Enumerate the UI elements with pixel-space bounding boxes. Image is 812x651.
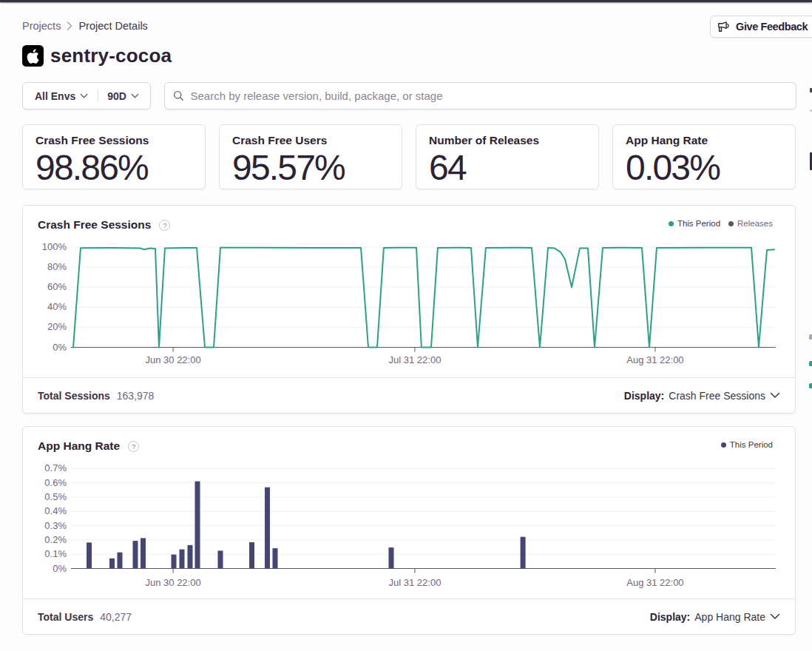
legend-item[interactable]: This Period bbox=[669, 219, 720, 228]
chart-legend: This Period bbox=[721, 440, 773, 449]
breadcrumb-current: Project Details bbox=[78, 20, 147, 32]
y-axis-label: 0.6% bbox=[44, 477, 67, 488]
panel-footer: Total Sessions 163,978 Display: Crash Fr… bbox=[23, 377, 795, 413]
score-card-label: Crash Free Users bbox=[232, 134, 389, 147]
legend-item[interactable]: Releases bbox=[728, 219, 773, 228]
legend-dot bbox=[728, 221, 734, 226]
display-select[interactable]: Display: App Hang Rate bbox=[650, 611, 780, 623]
y-axis-label: 0.7% bbox=[44, 462, 67, 473]
score-card-number-of-releases: Number of Releases 64 bbox=[416, 124, 599, 189]
display-select[interactable]: Display: Crash Free Sessions bbox=[624, 390, 780, 402]
total-value: 40,277 bbox=[100, 611, 132, 623]
bar-this-period bbox=[218, 550, 223, 568]
filter-bar: All Envs 90D bbox=[22, 82, 796, 109]
sidebar-status-dot bbox=[809, 334, 812, 340]
environment-filter-button[interactable]: All Envs bbox=[23, 83, 98, 109]
legend-dot bbox=[721, 442, 726, 448]
panel-title: Crash Free Sessions bbox=[38, 218, 151, 232]
bar-this-period bbox=[265, 488, 270, 569]
line-series-this-period bbox=[73, 248, 774, 348]
apple-platform-icon bbox=[22, 45, 44, 67]
chart-legend: This PeriodReleases bbox=[669, 219, 773, 228]
y-axis-label: 0.1% bbox=[44, 548, 67, 559]
score-card-label: Number of Releases bbox=[429, 134, 586, 147]
total-users: Total Users 40,277 bbox=[38, 611, 132, 623]
x-axis-label: Aug 31 22:00 bbox=[626, 354, 683, 365]
release-search-input[interactable] bbox=[191, 90, 788, 102]
environment-filter-label: All Envs bbox=[35, 90, 75, 102]
score-card-label: Crash Free Sessions bbox=[35, 134, 192, 147]
y-axis-label: 80% bbox=[47, 261, 67, 272]
score-card-crash-free-sessions: Crash Free Sessions 98.86% bbox=[22, 124, 206, 189]
env-date-filter: All Envs 90D bbox=[22, 82, 151, 109]
legend-dot bbox=[669, 221, 674, 226]
y-axis-label: 20% bbox=[47, 321, 67, 332]
score-card-label: App Hang Rate bbox=[626, 134, 782, 147]
legend-label: Releases bbox=[737, 219, 773, 228]
date-range-filter-button[interactable]: 90D bbox=[98, 83, 150, 109]
bar-this-period bbox=[195, 482, 200, 569]
chevron-down-icon bbox=[80, 93, 88, 99]
chevron-down-icon bbox=[131, 93, 139, 99]
total-label: Total Sessions bbox=[38, 390, 110, 402]
top-nav-edge bbox=[0, 0, 812, 2]
y-axis-label: 0% bbox=[53, 342, 67, 353]
clipped-right-sidebar bbox=[808, 0, 812, 651]
y-axis-label: 0.5% bbox=[44, 491, 67, 502]
x-axis-label: Jul 31 22:00 bbox=[389, 354, 441, 365]
score-card-value: 95.57% bbox=[232, 150, 389, 186]
bar-this-period bbox=[180, 550, 185, 569]
sidebar-status-dot bbox=[809, 383, 812, 388]
y-axis-label: 100% bbox=[42, 241, 67, 252]
bar-this-period bbox=[87, 542, 92, 568]
bar-this-period bbox=[172, 555, 177, 569]
project-header: sentry-cocoa bbox=[22, 44, 172, 67]
panel-footer: Total Users 40,277 Display: App Hang Rat… bbox=[23, 598, 795, 634]
bar-this-period bbox=[118, 553, 123, 569]
score-cards-row: Crash Free Sessions 98.86% Crash Free Us… bbox=[22, 124, 796, 189]
breadcrumb-projects-link[interactable]: Projects bbox=[22, 20, 61, 32]
y-axis-label: 0% bbox=[53, 563, 67, 574]
total-sessions: Total Sessions 163,978 bbox=[38, 390, 154, 402]
bar-this-period bbox=[389, 547, 394, 568]
display-value: Crash Free Sessions bbox=[669, 390, 765, 402]
bar-this-period bbox=[249, 542, 254, 569]
crash-free-sessions-panel: Crash Free Sessions This PeriodReleases … bbox=[22, 205, 796, 414]
legend-label: This Period bbox=[730, 440, 773, 449]
legend-item[interactable]: This Period bbox=[721, 440, 773, 449]
sidebar-status-dot bbox=[809, 361, 812, 366]
x-axis-label: Jul 31 22:00 bbox=[389, 577, 441, 588]
breadcrumb-chevron-icon bbox=[67, 21, 72, 30]
panel-header: Crash Free Sessions bbox=[38, 218, 170, 232]
legend-label: This Period bbox=[677, 219, 720, 228]
y-axis-label: 60% bbox=[47, 281, 67, 292]
display-label: Display: bbox=[650, 611, 690, 623]
app-hang-rate-chart[interactable]: 0%0.1%0.2%0.3%0.4%0.5%0.6%0.7%Jun 30 22:… bbox=[23, 458, 796, 595]
total-value: 163,978 bbox=[117, 390, 155, 402]
app-hang-rate-panel: App Hang Rate This Period 0%0.1%0.2%0.3%… bbox=[22, 426, 796, 635]
chevron-down-icon bbox=[770, 613, 780, 620]
display-value: App Hang Rate bbox=[694, 611, 765, 623]
help-icon[interactable] bbox=[159, 220, 170, 231]
project-title: sentry-cocoa bbox=[50, 44, 172, 67]
megaphone-icon bbox=[718, 21, 729, 32]
score-card-value: 98.86% bbox=[35, 150, 192, 186]
y-axis-label: 0.3% bbox=[44, 520, 67, 531]
x-axis-label: Jun 30 22:00 bbox=[145, 577, 200, 588]
total-label: Total Users bbox=[38, 611, 93, 623]
project-details-page: Projects Project Details Give Feedback s… bbox=[0, 0, 812, 651]
bar-this-period bbox=[188, 545, 193, 569]
crash-free-sessions-chart[interactable]: 0%20%40%60%80%100%Jun 30 22:00Jul 31 22:… bbox=[23, 237, 796, 374]
chevron-down-icon bbox=[770, 392, 780, 399]
y-axis-label: 0.4% bbox=[44, 505, 67, 516]
search-icon bbox=[173, 90, 184, 101]
panel-header: App Hang Rate bbox=[38, 439, 139, 453]
score-card-crash-free-users: Crash Free Users 95.57% bbox=[219, 124, 402, 189]
x-axis-label: Jun 30 22:00 bbox=[145, 354, 200, 365]
give-feedback-button[interactable]: Give Feedback bbox=[710, 16, 812, 38]
help-icon[interactable] bbox=[128, 441, 139, 452]
release-search bbox=[164, 82, 796, 109]
score-card-value: 0.03% bbox=[626, 150, 782, 186]
bar-this-period bbox=[141, 538, 146, 568]
bar-this-period bbox=[109, 559, 115, 569]
